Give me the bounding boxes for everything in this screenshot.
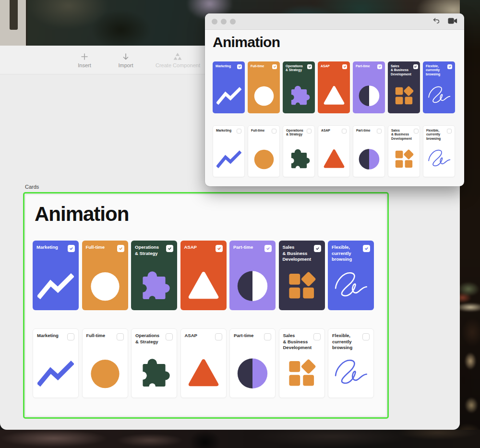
card-operations-strategy[interactable]: Operations & Strategy <box>131 241 177 310</box>
puzzle-icon <box>136 267 172 306</box>
card-label: Sales & Business Development <box>391 64 411 77</box>
card-asap[interactable]: ASAP <box>180 328 227 398</box>
triangle-icon <box>322 146 347 173</box>
import-label: Import <box>118 62 133 68</box>
window-card-row-filled: Marketing Full-time Operations & Strateg… <box>213 61 457 113</box>
arrow-down-icon <box>122 52 130 61</box>
card-sales-business-development[interactable]: Sales & Business Development <box>388 61 420 113</box>
card-marketing[interactable]: Marketing <box>33 328 79 398</box>
undo-icon[interactable] <box>432 17 440 26</box>
card-part-time[interactable]: Part-time <box>229 328 276 398</box>
card-part-time[interactable]: Part-time <box>229 241 276 310</box>
puzzle-icon <box>287 83 312 110</box>
grid-squares-icon <box>392 146 417 173</box>
card-flexible-currently-browsing[interactable]: Flexible, currently browsing <box>328 241 374 310</box>
card-label: Flexible, currently browsing <box>332 333 352 351</box>
card-checkbox[interactable] <box>377 64 382 69</box>
window-titlebar[interactable] <box>205 13 464 30</box>
card-label: Full-time <box>86 333 106 339</box>
card-checkbox[interactable] <box>363 245 370 252</box>
close-button[interactable] <box>212 19 217 24</box>
half-circle-icon <box>234 267 271 306</box>
card-full-time[interactable]: Full-time <box>82 328 128 398</box>
card-label: Operations & Strategy <box>135 244 159 256</box>
card-checkbox[interactable] <box>272 64 277 69</box>
circle-icon <box>252 83 276 110</box>
card-checkbox[interactable] <box>342 129 347 133</box>
grid-squares-icon <box>392 83 417 110</box>
canvas-card-row-filled: Marketing Full-time Operations & Strateg… <box>33 241 386 310</box>
video-camera-icon[interactable] <box>448 17 457 26</box>
card-checkbox[interactable] <box>447 129 452 133</box>
insert-button[interactable]: Insert <box>73 52 96 68</box>
card-label: Operations & Strategy <box>286 129 303 137</box>
card-checkbox[interactable] <box>237 129 241 133</box>
card-label: Part-time <box>356 129 370 133</box>
grid-squares-icon <box>284 355 320 393</box>
signature-icon <box>427 146 452 173</box>
card-sales-business-development[interactable]: Sales & Business Development <box>388 125 420 177</box>
zoom-button[interactable] <box>230 19 236 24</box>
card-label: ASAP <box>321 129 330 133</box>
circle-icon <box>252 146 276 173</box>
frame-name-label[interactable]: Cards <box>25 184 39 190</box>
card-operations-strategy[interactable]: Operations & Strategy <box>283 61 315 113</box>
card-checkbox[interactable] <box>166 245 173 252</box>
card-checkbox[interactable] <box>377 129 382 133</box>
signature-icon <box>333 355 369 393</box>
preview-window[interactable]: Animation Marketing Full-time Operations… <box>205 13 464 186</box>
card-checkbox[interactable] <box>67 333 74 340</box>
card-checkbox[interactable] <box>272 129 276 133</box>
card-flexible-currently-browsing[interactable]: Flexible, currently browsing <box>423 61 455 113</box>
triangle-icon <box>185 355 222 393</box>
triangle-icon <box>185 267 222 306</box>
card-flexible-currently-browsing[interactable]: Flexible, currently browsing <box>423 125 455 177</box>
card-part-time[interactable]: Part-time <box>353 125 385 177</box>
selection-frame[interactable]: Animation Marketing Full-time Operations… <box>23 192 389 419</box>
card-label: Flexible, currently browsing <box>426 129 441 141</box>
card-checkbox[interactable] <box>117 333 124 340</box>
card-checkbox[interactable] <box>216 245 223 252</box>
card-sales-business-development[interactable]: Sales & Business Development <box>279 241 325 310</box>
card-checkbox[interactable] <box>314 245 321 252</box>
half-circle-icon <box>357 146 382 173</box>
card-checkbox[interactable] <box>447 64 452 69</box>
card-operations-strategy[interactable]: Operations & Strategy <box>283 125 315 177</box>
card-full-time[interactable]: Full-time <box>248 125 280 177</box>
card-marketing[interactable]: Marketing <box>33 241 79 310</box>
card-sales-business-development[interactable]: Sales & Business Development <box>279 328 325 398</box>
card-full-time[interactable]: Full-time <box>82 241 128 310</box>
card-checkbox[interactable] <box>117 245 124 252</box>
card-checkbox[interactable] <box>68 245 75 252</box>
card-checkbox[interactable] <box>237 64 242 69</box>
card-label: Full-time <box>251 64 264 69</box>
card-checkbox[interactable] <box>413 64 418 69</box>
card-marketing[interactable]: Marketing <box>213 125 245 177</box>
card-checkbox[interactable] <box>307 129 312 133</box>
card-checkbox[interactable] <box>362 333 370 340</box>
card-asap[interactable]: ASAP <box>318 61 350 113</box>
card-flexible-currently-browsing[interactable]: Flexible, currently browsing <box>328 328 374 398</box>
card-checkbox[interactable] <box>215 333 222 340</box>
card-label: Part-time <box>356 64 370 69</box>
card-checkbox[interactable] <box>342 64 347 69</box>
card-checkbox[interactable] <box>414 129 419 133</box>
card-asap[interactable]: ASAP <box>180 241 227 310</box>
window-content: Animation Marketing Full-time Operations… <box>205 30 464 177</box>
minimize-button[interactable] <box>221 19 227 24</box>
card-checkbox[interactable] <box>264 333 271 340</box>
create-component-button[interactable]: Create Component <box>156 52 200 68</box>
card-checkbox[interactable] <box>313 333 321 340</box>
card-checkbox[interactable] <box>307 64 312 69</box>
card-checkbox[interactable] <box>166 333 173 340</box>
card-full-time[interactable]: Full-time <box>248 61 280 113</box>
card-checkbox[interactable] <box>264 245 272 252</box>
card-label: Sales & Business Development <box>391 129 412 141</box>
card-operations-strategy[interactable]: Operations & Strategy <box>131 328 177 398</box>
card-asap[interactable]: ASAP <box>318 125 350 177</box>
card-label: Part-time <box>234 333 253 339</box>
insert-label: Insert <box>78 62 91 68</box>
card-part-time[interactable]: Part-time <box>353 61 385 113</box>
card-marketing[interactable]: Marketing <box>213 61 245 113</box>
import-button[interactable]: Import <box>114 52 137 68</box>
